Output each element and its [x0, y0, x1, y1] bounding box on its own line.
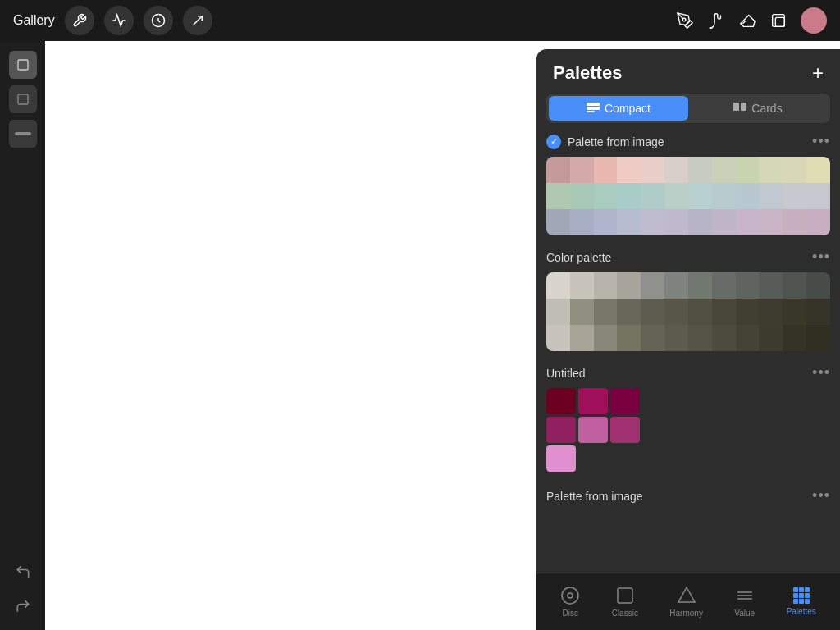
swatch-cell[interactable] — [688, 272, 712, 299]
swatch-cell[interactable] — [736, 272, 760, 299]
swatch-cell[interactable] — [617, 299, 641, 325]
swatch-cell[interactable] — [546, 388, 576, 414]
swatch-cell[interactable] — [546, 417, 576, 443]
swatch-cell[interactable] — [594, 325, 618, 351]
swatch-cell[interactable] — [736, 157, 760, 183]
palette-1-more-button[interactable]: ••• — [812, 133, 830, 150]
swatch-cell[interactable] — [594, 209, 618, 235]
swatch-cell[interactable] — [759, 325, 783, 351]
swatch-cell[interactable] — [712, 299, 736, 325]
swatch-cell[interactable] — [641, 209, 664, 235]
swatch-cell[interactable] — [617, 157, 641, 183]
classic-nav-button[interactable]: Classic — [599, 581, 651, 623]
swatch-cell[interactable] — [688, 157, 712, 183]
swatch-cell[interactable] — [783, 272, 806, 299]
swatch-cell[interactable] — [610, 388, 640, 414]
palette-3-more-button[interactable]: ••• — [812, 364, 830, 381]
swatch-cell[interactable] — [617, 209, 641, 235]
swatch-cell[interactable] — [759, 299, 783, 325]
swatch-cell[interactable] — [806, 299, 830, 325]
select-tool-button[interactable] — [9, 120, 37, 148]
swatch-cell[interactable] — [759, 157, 783, 183]
swatch-cell[interactable] — [688, 209, 712, 235]
swatch-cell[interactable] — [736, 183, 760, 209]
palette-4-more-button[interactable]: ••• — [812, 487, 830, 504]
swatch-cell[interactable] — [759, 272, 783, 299]
swatch-cell[interactable] — [712, 183, 736, 209]
add-palette-button[interactable]: + — [812, 63, 824, 83]
swatch-cell[interactable] — [617, 272, 641, 299]
avatar[interactable] — [801, 7, 827, 34]
harmony-nav-button[interactable]: Harmony — [656, 581, 716, 623]
swatch-cell[interactable] — [664, 157, 688, 183]
swatch-cell[interactable] — [688, 299, 712, 325]
swatch-cell[interactable] — [546, 325, 570, 351]
swatch-cell[interactable] — [664, 183, 688, 209]
swatch-cell[interactable] — [783, 209, 806, 235]
swatch-cell[interactable] — [759, 183, 783, 209]
swatch-cell[interactable] — [736, 325, 760, 351]
swatch-cell[interactable] — [578, 417, 608, 443]
swatch-cell[interactable] — [641, 325, 664, 351]
swatch-cell[interactable] — [783, 325, 806, 351]
swatch-cell[interactable] — [610, 417, 640, 443]
swatch-cell[interactable] — [546, 209, 570, 235]
swatch-cell[interactable] — [783, 299, 806, 325]
swatch-cell[interactable] — [664, 272, 688, 299]
cards-tab[interactable]: Cards — [688, 96, 828, 121]
swatch-cell[interactable] — [546, 157, 570, 183]
edit1-button[interactable] — [104, 6, 134, 35]
swatch-cell[interactable] — [594, 183, 618, 209]
arrow-button[interactable] — [183, 6, 212, 35]
swatch-cell[interactable] — [570, 157, 594, 183]
compact-tab[interactable]: Compact — [549, 96, 688, 121]
swatch-cell[interactable] — [664, 325, 688, 351]
swatch-cell[interactable] — [783, 183, 806, 209]
swatch-cell[interactable] — [712, 272, 736, 299]
swatch-cell[interactable] — [736, 299, 760, 325]
swatch-cell[interactable] — [641, 183, 664, 209]
swatch-cell[interactable] — [712, 325, 736, 351]
swatch-cell[interactable] — [664, 209, 688, 235]
swatch-cell[interactable] — [736, 209, 760, 235]
swatch-cell[interactable] — [688, 325, 712, 351]
swatch-cell[interactable] — [664, 299, 688, 325]
wrench-button[interactable] — [65, 6, 94, 35]
swatch-cell[interactable] — [641, 157, 664, 183]
redo-button[interactable] — [9, 592, 37, 620]
swatch-cell[interactable] — [806, 272, 830, 299]
palette-2-more-button[interactable]: ••• — [812, 249, 830, 266]
transform-tool-button[interactable] — [9, 51, 37, 79]
swatch-cell[interactable] — [546, 299, 570, 325]
swatch-cell[interactable] — [806, 157, 830, 183]
undo-button[interactable] — [9, 558, 37, 586]
swatch-cell[interactable] — [546, 272, 570, 299]
swatch-cell[interactable] — [594, 272, 618, 299]
swatch-cell[interactable] — [570, 325, 594, 351]
palettes-nav-button[interactable]: Palettes — [774, 582, 829, 621]
swatch-cell[interactable] — [570, 299, 594, 325]
swatch-cell[interactable] — [641, 272, 664, 299]
swatch-cell[interactable] — [806, 183, 830, 209]
swatch-cell[interactable] — [570, 272, 594, 299]
value-nav-button[interactable]: Value — [721, 581, 768, 623]
swatch-cell[interactable] — [594, 299, 618, 325]
swatch-cell[interactable] — [617, 325, 641, 351]
swatch-cell[interactable] — [806, 209, 830, 235]
swatch-cell[interactable] — [546, 445, 576, 472]
swatch-cell[interactable] — [712, 157, 736, 183]
swatch-cell[interactable] — [570, 209, 594, 235]
swatch-cell[interactable] — [688, 183, 712, 209]
brush-tool-button[interactable] — [707, 11, 725, 30]
swatch-cell[interactable] — [617, 183, 641, 209]
edit2-button[interactable] — [144, 6, 173, 35]
swatch-cell[interactable] — [783, 157, 806, 183]
swatch-cell[interactable] — [712, 209, 736, 235]
shape-tool-button[interactable] — [9, 85, 37, 113]
gallery-button[interactable]: Gallery — [13, 13, 55, 28]
swatch-cell[interactable] — [546, 183, 570, 209]
layers-button[interactable] — [769, 11, 788, 30]
swatch-cell[interactable] — [806, 325, 830, 351]
swatch-cell[interactable] — [641, 299, 664, 325]
swatch-cell[interactable] — [594, 157, 618, 183]
